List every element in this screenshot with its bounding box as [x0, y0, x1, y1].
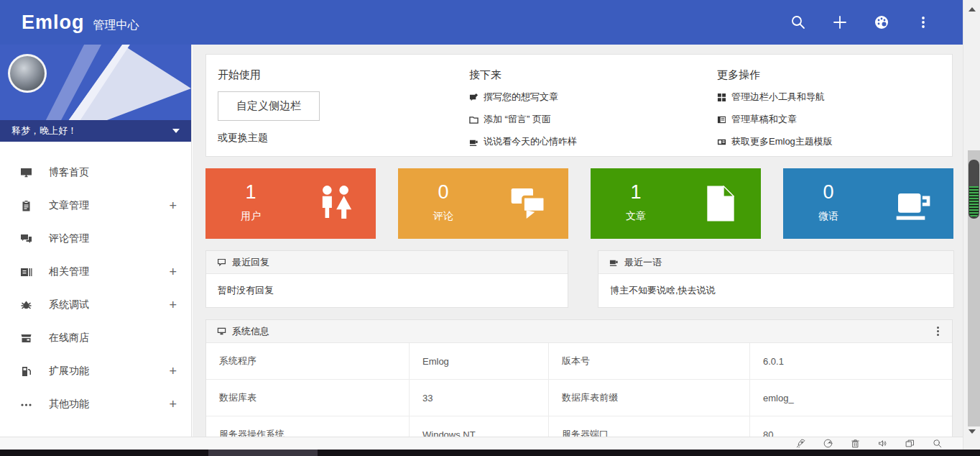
comments-icon — [20, 233, 32, 245]
sidebar-item-label: 文章管理 — [49, 199, 89, 212]
get-started-column: 开始使用 自定义侧边栏 或更换主题 — [218, 68, 320, 145]
user-greeting-bar[interactable]: 释梦，晚上好！ — [0, 120, 191, 142]
plus-icon — [832, 14, 848, 30]
grid-icon — [717, 93, 726, 102]
expand-plus-icon: + — [169, 364, 177, 379]
sidebar-item-label: 博客首页 — [49, 166, 89, 179]
chat-icon — [508, 183, 548, 224]
windows-taskbar-edge[interactable] — [0, 450, 980, 456]
drafts-icon — [717, 115, 726, 124]
post-tweet-link[interactable]: 说说看今天的心情咋样 — [469, 135, 577, 148]
search-icon[interactable] — [932, 438, 943, 449]
stat-value: 1 — [227, 181, 274, 204]
write-article-link[interactable]: 撰写您的想写文章 — [469, 91, 577, 104]
sidebar-item-comments[interactable]: 评论管理 — [0, 222, 191, 255]
window-icon[interactable] — [905, 438, 915, 449]
welcome-card: 开始使用 自定义侧边栏 或更换主题 接下来 撰写您的想写文章 添加 “留言” 页… — [205, 54, 953, 157]
add-page-link[interactable]: 添加 “留言” 页面 — [469, 113, 577, 126]
panel-body: 博主不知要说啥,快去说说 — [598, 274, 953, 307]
stat-card-comments[interactable]: 0 评论 — [398, 168, 568, 239]
panel-title: 最近回复 — [232, 256, 269, 269]
monitor-icon — [20, 167, 32, 179]
table-cell: 33 — [409, 380, 548, 416]
sidebar-item-store[interactable]: 在线商店 — [0, 322, 191, 355]
scroll-up-arrow-icon[interactable] — [969, 7, 976, 12]
sidebar-item-other[interactable]: 其他功能 + — [0, 388, 191, 421]
stat-label: 微语 — [805, 210, 852, 223]
user-avatar[interactable] — [8, 54, 47, 93]
sidebar-item-blog-home[interactable]: 博客首页 — [0, 156, 191, 189]
profile-header[interactable] — [0, 45, 191, 120]
customize-sidebar-button[interactable]: 自定义侧边栏 — [218, 91, 320, 121]
table-row: 系统程序 Emlog 版本号 6.0.1 — [206, 343, 952, 380]
scroll-down-arrow-icon[interactable] — [969, 429, 976, 434]
sidebar-item-label: 系统调试 — [49, 298, 89, 311]
mug-icon — [893, 183, 933, 224]
stat-cards: 1 用户 0 评论 1 文章 — [205, 168, 953, 239]
table-cell: emlog_ — [749, 380, 952, 416]
change-theme-link[interactable]: 或更换主题 — [218, 132, 320, 145]
vertical-scrollbar[interactable] — [963, 0, 980, 456]
search-icon — [790, 14, 806, 30]
panel-header: 系统信息 — [206, 320, 952, 343]
stat-card-articles[interactable]: 1 文章 — [591, 168, 761, 239]
gauge-icon[interactable] — [823, 438, 833, 449]
add-button[interactable] — [832, 14, 848, 30]
manage-drafts-link[interactable]: 管理草稿和文章 — [717, 113, 833, 126]
scrollbar-track[interactable] — [968, 150, 980, 427]
sidebar-item-debug[interactable]: 系统调试 + — [0, 288, 191, 322]
table-row: 服务器操作系统 Windows NT 服务器端口 80 — [206, 416, 952, 437]
article-icon — [20, 200, 32, 212]
more-menu-button[interactable] — [915, 14, 931, 30]
admin-center-title: 管理中心 — [93, 18, 139, 33]
write-icon — [469, 93, 479, 102]
expand-plus-icon: + — [169, 298, 177, 313]
panel-header: 最近回复 — [206, 251, 568, 274]
trash-icon[interactable] — [850, 438, 861, 449]
topbar-actions — [790, 0, 931, 45]
ellipsis-icon — [20, 398, 32, 411]
chevron-down-icon — [172, 129, 180, 133]
column-title: 接下来 — [469, 68, 577, 82]
sidebar-item-extensions[interactable]: 扩展功能 + — [0, 355, 191, 388]
file-icon — [701, 183, 741, 224]
users-icon — [315, 183, 356, 224]
mug-icon — [469, 137, 479, 147]
sidebar-item-articles[interactable]: 文章管理 + — [0, 189, 191, 222]
address-book-icon — [20, 266, 32, 278]
page-icon — [469, 115, 479, 124]
store-icon — [20, 332, 32, 345]
stat-card-tweets[interactable]: 0 微语 — [783, 168, 953, 239]
table-row: 数据库表 33 数据库表前缀 emlog_ — [206, 380, 952, 416]
table-cell: 数据库表 — [206, 380, 409, 416]
stat-label: 评论 — [420, 210, 467, 223]
search-button[interactable] — [790, 14, 806, 30]
rocket-icon[interactable] — [795, 438, 806, 449]
system-info-panel: 系统信息 系统程序 Emlog 版本号 6.0.1 数据库表 33 数据库表前缀… — [205, 319, 953, 437]
volume-icon[interactable] — [877, 438, 888, 449]
panel-kebab-menu[interactable] — [935, 324, 941, 338]
column-title: 更多操作 — [717, 68, 833, 82]
table-cell: 系统程序 — [206, 343, 409, 379]
expand-plus-icon: + — [169, 199, 177, 214]
expand-plus-icon: + — [169, 265, 177, 280]
stat-card-users[interactable]: 1 用户 — [205, 168, 376, 239]
manage-widgets-link[interactable]: 管理边栏小工具和导航 — [717, 91, 833, 104]
sidebar-item-label: 扩展功能 — [49, 365, 89, 378]
emlog-logo[interactable]: Emlog 管理中心 — [22, 12, 139, 34]
get-themes-link[interactable]: 获取更多Emlog主题模版 — [717, 135, 833, 148]
stat-value: 0 — [420, 181, 467, 204]
table-cell: Emlog — [409, 343, 548, 379]
sidebar-item-related[interactable]: 相关管理 + — [0, 255, 191, 288]
theme-button[interactable] — [874, 14, 889, 30]
themes-icon — [717, 137, 726, 147]
table-cell: 服务器端口 — [548, 416, 749, 437]
mug-icon — [609, 257, 619, 267]
taskbar-item[interactable] — [208, 450, 318, 456]
table-cell: 80 — [749, 416, 952, 437]
column-title: 开始使用 — [218, 68, 320, 82]
kebab-menu-icon — [915, 14, 931, 30]
scrollbar-thumb[interactable] — [969, 160, 979, 219]
palette-icon — [874, 14, 889, 30]
monitor-icon — [217, 327, 226, 336]
